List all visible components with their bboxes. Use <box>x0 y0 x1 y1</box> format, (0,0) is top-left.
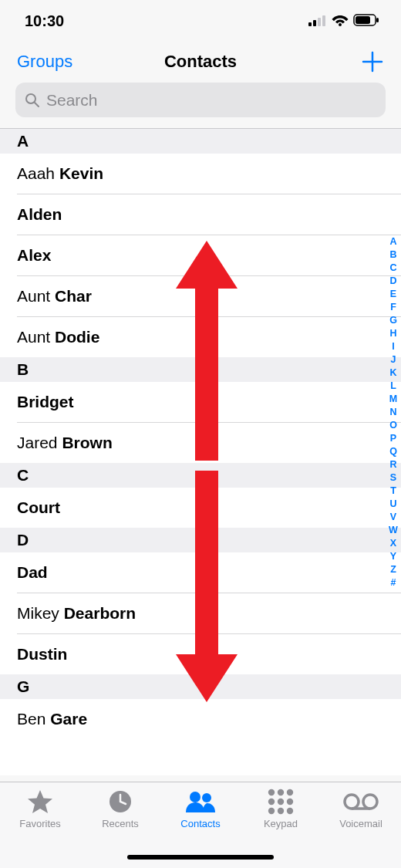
plus-icon <box>361 50 384 73</box>
svg-point-19 <box>278 789 284 795</box>
index-letter[interactable]: S <box>390 471 396 485</box>
index-letter[interactable]: X <box>390 537 396 550</box>
contact-last-name: Kevin <box>59 164 103 182</box>
svg-marker-14 <box>28 790 52 813</box>
contact-row[interactable]: Ben Gare <box>17 699 401 739</box>
tab-label: Recents <box>102 818 139 829</box>
contact-last-name: Gare <box>50 710 87 728</box>
section-index[interactable]: ABCDEFGHIJKLMNOPQRSTUVWXYZ# <box>387 235 399 589</box>
index-letter[interactable]: # <box>391 576 396 589</box>
contact-row[interactable]: Court <box>17 488 401 528</box>
contact-row[interactable]: Mikey Dearborn <box>17 593 401 634</box>
add-contact-button[interactable] <box>361 50 384 73</box>
index-letter[interactable]: Z <box>390 563 396 576</box>
contact-row[interactable]: Jared Brown <box>17 423 401 463</box>
index-letter[interactable]: T <box>390 485 396 498</box>
index-letter[interactable]: I <box>392 340 394 353</box>
svg-rect-6 <box>356 16 370 24</box>
index-letter[interactable]: F <box>390 301 396 314</box>
index-letter[interactable]: Y <box>390 550 396 563</box>
contact-single-name: Alden <box>17 205 62 223</box>
index-letter[interactable]: O <box>389 419 397 432</box>
contact-single-name: Court <box>17 498 60 516</box>
contact-first-name: Jared <box>17 434 62 451</box>
svg-point-10 <box>26 94 35 103</box>
index-letter[interactable]: J <box>391 353 396 366</box>
contact-row[interactable]: Bridget <box>17 382 401 423</box>
svg-point-20 <box>287 789 293 795</box>
index-letter[interactable]: M <box>389 393 397 406</box>
status-icons <box>308 12 379 30</box>
index-letter[interactable]: U <box>389 498 396 511</box>
keypad-icon <box>268 789 294 815</box>
svg-line-11 <box>35 103 39 106</box>
contact-row[interactable]: Dustin <box>17 634 401 674</box>
index-letter[interactable]: Q <box>389 445 397 458</box>
svg-point-23 <box>287 799 293 805</box>
tab-favorites[interactable]: Favorites <box>2 789 79 868</box>
index-letter[interactable]: W <box>389 524 398 537</box>
contacts-icon <box>185 789 216 815</box>
index-letter[interactable]: V <box>390 511 396 524</box>
tab-label: Favorites <box>19 818 60 829</box>
contact-row[interactable]: Alden <box>17 194 401 235</box>
voicemail-icon <box>343 789 379 815</box>
contact-last-name: Dodie <box>55 328 99 346</box>
svg-rect-7 <box>376 18 379 22</box>
svg-point-22 <box>278 799 284 805</box>
index-letter[interactable]: L <box>390 380 396 393</box>
index-letter[interactable]: N <box>389 406 396 419</box>
svg-point-25 <box>278 808 284 814</box>
index-letter[interactable]: A <box>389 235 396 248</box>
contact-row[interactable]: Aaah Kevin <box>17 154 401 194</box>
section-header: A <box>0 129 401 154</box>
contact-row[interactable]: Aunt Dodie <box>17 317 401 357</box>
contact-first-name: Aunt <box>17 287 55 305</box>
tab-label: Voicemail <box>339 818 382 829</box>
svg-point-21 <box>268 799 275 805</box>
index-letter[interactable]: G <box>389 314 397 327</box>
contact-last-name: Char <box>55 287 92 305</box>
contact-single-name: Alex <box>17 246 51 264</box>
tab-label: Keypad <box>264 818 298 829</box>
contact-last-name: Brown <box>62 434 112 451</box>
contact-single-name: Bridget <box>17 393 74 410</box>
contact-row[interactable]: Aunt Char <box>17 276 401 317</box>
index-letter[interactable]: H <box>389 327 396 340</box>
contact-row[interactable]: Alex <box>17 235 401 276</box>
section-header: C <box>0 463 401 488</box>
contact-list[interactable]: AAaah KevinAldenAlexAunt CharAunt DodieB… <box>0 128 401 775</box>
contact-single-name: Dustin <box>17 645 67 663</box>
contact-single-name: Dad <box>17 563 48 581</box>
favorites-icon <box>27 789 53 815</box>
svg-point-28 <box>363 795 377 809</box>
index-letter[interactable]: P <box>390 432 396 445</box>
section-header: G <box>0 674 401 699</box>
svg-rect-3 <box>322 15 325 26</box>
svg-point-16 <box>190 792 200 802</box>
index-letter[interactable]: E <box>390 288 396 301</box>
contact-first-name: Ben <box>17 710 50 728</box>
section-header: D <box>0 528 401 552</box>
contact-row[interactable]: Dad <box>17 552 401 593</box>
index-letter[interactable]: C <box>389 262 396 275</box>
index-letter[interactable]: B <box>389 248 396 262</box>
svg-point-27 <box>345 795 359 809</box>
section-header: B <box>0 357 401 382</box>
search-input[interactable]: Search <box>15 83 386 117</box>
index-letter[interactable]: K <box>389 366 396 380</box>
svg-point-18 <box>268 789 275 795</box>
tab-voicemail[interactable]: Voicemail <box>322 789 399 868</box>
contact-first-name: Aaah <box>17 164 59 182</box>
battery-icon <box>353 12 379 30</box>
index-letter[interactable]: D <box>389 275 396 288</box>
contact-last-name: Dearborn <box>64 604 136 622</box>
tab-label: Contacts <box>180 818 220 829</box>
wifi-icon <box>332 12 349 30</box>
svg-point-4 <box>339 23 342 26</box>
svg-rect-2 <box>318 18 321 26</box>
index-letter[interactable]: R <box>389 458 396 471</box>
groups-button[interactable]: Groups <box>17 52 72 72</box>
svg-rect-0 <box>308 22 312 26</box>
status-bar: 10:30 <box>0 0 401 42</box>
